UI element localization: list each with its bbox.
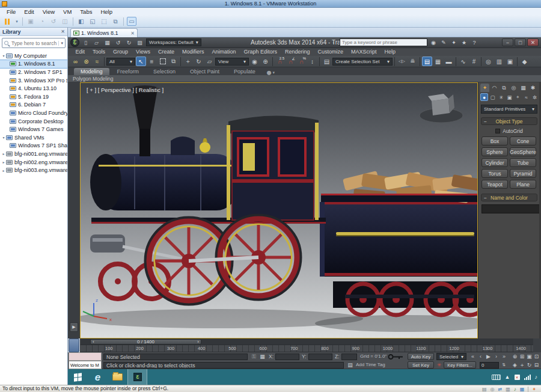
menu-maxscript[interactable]: MAXScript [347, 48, 381, 56]
power-dropdown-icon[interactable]: ▾ [14, 17, 19, 26]
perspective-viewport[interactable]: x y z [ + ] [ Perspective ] [ Realistic … [80, 82, 478, 338]
utilities-tab-icon[interactable]: ✱ [528, 84, 537, 92]
sign-in-icon[interactable]: ✦ [450, 38, 458, 46]
library-search[interactable]: ▾ [2, 38, 66, 48]
menu-help[interactable]: Help [96, 8, 117, 16]
tree-item-vm[interactable]: 5. Fedora 19 [0, 93, 67, 101]
edit-named-selection-icon[interactable]: ▤ [322, 57, 332, 66]
tab-freeform[interactable]: Freeform [111, 68, 146, 75]
window-crossing-icon[interactable]: ⧉ [168, 57, 179, 66]
vmware-tools-icon[interactable]: ✦ [532, 386, 536, 392]
subscription-icon[interactable]: ✎ [439, 38, 448, 46]
select-by-name-icon[interactable]: ≡ [147, 57, 157, 66]
snaps-toggle-icon[interactable]: ∩2.5 [275, 57, 285, 66]
tree-item-host[interactable]: ▸bfg-ni002.eng.vmware.com [0, 158, 67, 167]
volume-icon[interactable]: ♪ [535, 375, 538, 380]
key-mode-dropdown[interactable]: Selected▾ [436, 353, 466, 360]
named-selection-sets-dropdown[interactable]: Create Selection Set▾ [332, 58, 393, 66]
hard-disk-device-icon[interactable]: ▤ [482, 386, 487, 392]
tree-item-vm[interactable]: Corporate Desktop [0, 117, 67, 126]
tree-item-host[interactable]: ▸bfg-ni001.eng.vmware.com [0, 150, 67, 158]
tree-item-vm[interactable]: 6. Debian 7 [0, 101, 67, 109]
tree-item-vm[interactable]: Windows 7 SP1 Shared [0, 142, 67, 150]
tab-modeling[interactable]: Modeling [74, 68, 109, 75]
rectangular-selection-icon[interactable] [157, 57, 168, 66]
select-scale-icon[interactable]: ▱ [204, 57, 215, 66]
zoom-region-icon[interactable]: ⊡ [533, 353, 540, 360]
revert-snapshot-icon[interactable]: ↺ [49, 17, 58, 26]
time-slider-track[interactable]: ‹ 0 / 1400 › [80, 338, 533, 345]
tab-selection[interactable]: Selection [147, 68, 182, 75]
taskbar-ie-button[interactable]: e [88, 369, 108, 385]
display-device-icon[interactable]: ▦ [520, 386, 525, 392]
align-icon[interactable]: ≞ [408, 57, 418, 66]
set-key-button[interactable]: Set Key [408, 361, 434, 369]
go-to-start-icon[interactable]: « [469, 353, 477, 360]
hierarchy-tab-icon[interactable]: ⧉ [500, 84, 509, 92]
maxscript-listener-output[interactable]: Welcome to M [69, 361, 102, 369]
save-file-icon[interactable]: ▦ [103, 38, 112, 47]
tab-object-paint[interactable]: Object Paint [183, 68, 226, 75]
menu-create[interactable]: Create [154, 48, 178, 56]
vm-tab-close-icon[interactable]: ✕ [130, 31, 135, 36]
scene-explorer-icon[interactable]: ▦ [433, 57, 443, 66]
object-type-rollout[interactable]: −Object Type [481, 117, 537, 125]
taskbar-3dsmax-button[interactable]: 3 [127, 369, 147, 385]
close-button[interactable]: ✕ [527, 38, 539, 46]
menu-edit[interactable]: Edit [20, 8, 38, 16]
lights-category-icon[interactable]: ✳ [497, 93, 505, 101]
minimize-button[interactable]: − [502, 38, 513, 46]
helpers-category-icon[interactable]: ⌖ [514, 93, 522, 101]
auto-key-button[interactable]: Auto Key [408, 353, 434, 360]
menu-vm[interactable]: VM [59, 8, 76, 16]
fullscreen-icon[interactable]: ⬚ [99, 17, 109, 26]
vm-tab[interactable]: 1. Windows 8.1 ✕ [70, 28, 138, 37]
render-setup-icon[interactable]: ▥ [494, 57, 504, 66]
menu-customize[interactable]: Customize [314, 48, 347, 56]
tree-item-shared-vms[interactable]: ▾Shared VMs [0, 133, 67, 142]
select-rotate-icon[interactable]: ↻ [194, 57, 204, 66]
touch-keyboard-icon[interactable] [492, 375, 501, 380]
tube-button[interactable]: Tube [510, 158, 536, 167]
create-tab-icon[interactable]: ✦ [480, 84, 489, 92]
take-snapshot-icon[interactable]: ◔ [37, 17, 47, 26]
ctrl-alt-del-icon[interactable]: ▣ [26, 17, 35, 26]
search-go-icon[interactable]: ◉ [429, 38, 438, 46]
selection-lock-icon[interactable]: ⚿ [250, 353, 258, 360]
modify-tab-icon[interactable]: ◠ [490, 84, 499, 92]
help-search-input[interactable] [340, 38, 427, 46]
reference-coordinate-dropdown[interactable]: View▾ [215, 58, 249, 66]
redo-icon[interactable]: ↻ [124, 38, 133, 47]
favorites-icon[interactable]: ★ [460, 38, 468, 46]
y-coordinate-field[interactable] [308, 354, 332, 360]
percent-snap-icon[interactable]: ∩% [296, 57, 307, 66]
ribbon-toggle-icon[interactable]: ▬ [444, 57, 454, 66]
sound-device-icon[interactable]: ♪ [514, 386, 516, 392]
unity-mode-icon[interactable]: ⧉ [111, 17, 120, 26]
previous-frame-icon[interactable]: ‹ [477, 353, 484, 360]
key-filters-button[interactable]: Key Filters... [444, 361, 476, 369]
tree-item-host[interactable]: ▸bfg-ni003.eng.vmware.com [0, 166, 67, 174]
primitives-category-dropdown[interactable]: Standard Primitives▾ [481, 105, 537, 114]
bind-spacewarp-icon[interactable]: ≈ [92, 57, 102, 66]
use-pivot-center-icon[interactable]: ◉ [249, 57, 260, 66]
spacewarps-category-icon[interactable]: ≈ [522, 93, 530, 101]
torus-button[interactable]: Torus [481, 169, 508, 178]
name-and-color-rollout[interactable]: −Name and Color [481, 194, 537, 201]
rendered-frame-icon[interactable]: ▣ [505, 57, 515, 66]
mirror-icon[interactable]: ◁▷ [397, 57, 407, 66]
pyramid-button[interactable]: Pyramid [510, 169, 536, 178]
set-keys-mode-icon[interactable]: ✳ [435, 361, 443, 369]
absolute-offset-toggle-icon[interactable]: ▦ [258, 353, 266, 360]
library-search-input[interactable] [10, 40, 58, 47]
spinner-snap-icon[interactable]: ↕ [307, 57, 317, 66]
select-move-icon[interactable]: ＋ [183, 57, 193, 66]
tree-item-vm[interactable]: Windows 7 Games [0, 125, 67, 133]
workspaces-dropdown[interactable]: Workspaces: Default▾ [146, 38, 201, 46]
menu-tabs[interactable]: Tabs [76, 8, 96, 16]
menu-views[interactable]: Views [132, 48, 154, 56]
unlink-icon[interactable]: ⊗ [81, 57, 91, 66]
select-link-icon[interactable]: ∞ [70, 57, 81, 66]
angle-snap-icon[interactable]: ∩∠ [286, 57, 296, 66]
geosphere-button[interactable]: GeoSphere [510, 147, 536, 156]
